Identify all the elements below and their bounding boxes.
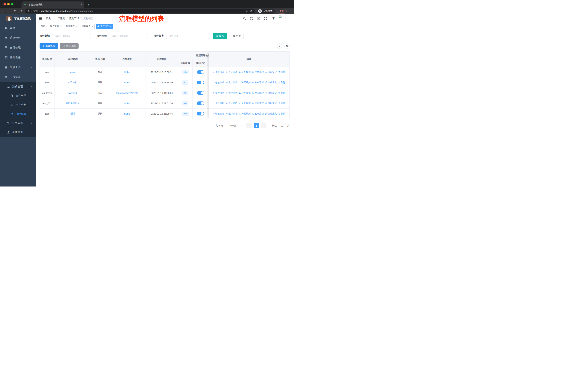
action-link[interactable]: 设计流程	[226, 91, 238, 94]
action-link[interactable]: 设计流程	[226, 102, 238, 105]
minimize-window-button[interactable]	[7, 3, 10, 5]
version-badge[interactable]: v4	[182, 101, 188, 105]
breadcrumb-item[interactable]: 工作流程	[55, 17, 65, 20]
breadcrumb-item[interactable]: 首页	[46, 17, 51, 20]
close-icon[interactable]: ×	[60, 25, 61, 28]
chrome-update-button[interactable]: 更新	[277, 9, 286, 13]
reset-button[interactable]: 重置	[230, 33, 244, 39]
sidebar-item-system[interactable]: 系统管理	[0, 33, 36, 43]
action-link[interactable]: 修改流程	[212, 102, 224, 105]
form-info-link[interactable]: /bpm/oa/leave/create	[116, 92, 138, 94]
prev-page-button[interactable]	[246, 123, 252, 128]
action-link[interactable]: 发布流程	[252, 102, 264, 105]
action-link[interactable]: 删除	[278, 81, 285, 84]
page-size-select[interactable]: 10条/页	[226, 123, 244, 128]
version-badge[interactable]: v17	[182, 70, 189, 74]
process-name-link[interactable]: OA 请假	[68, 91, 77, 94]
sidebar-logo[interactable]: 芋道管理系统	[0, 14, 36, 23]
browser-tab[interactable]: 芋道管理系统 ×	[21, 1, 84, 8]
active-toggle[interactable]	[197, 70, 204, 74]
sidebar-item-payment[interactable]: 支付管理	[0, 43, 36, 53]
tag-home[interactable]: 首页	[39, 24, 47, 29]
form-info-link[interactable]: biubiu	[124, 71, 130, 74]
close-icon[interactable]: ×	[76, 25, 77, 28]
action-link[interactable]: 分配规则	[239, 102, 251, 105]
maximize-window-button[interactable]	[11, 3, 13, 5]
action-link[interactable]: 分配规则	[239, 91, 251, 94]
address-bar[interactable]: 不安全 dashboard.yudao.iocoder.cn/bpm/manag…	[25, 9, 255, 13]
home-icon[interactable]	[19, 9, 23, 13]
process-name-link[interactable]: eeee	[70, 71, 75, 74]
version-badge[interactable]: v5	[182, 91, 188, 95]
sidebar-item-devtools[interactable]: 研发工具	[0, 62, 36, 72]
sidebar-item-infra[interactable]: 基础设施	[0, 53, 36, 62]
import-process-button[interactable]: 导入流程	[60, 43, 79, 49]
next-page-button[interactable]	[261, 123, 266, 128]
reload-icon[interactable]	[13, 10, 17, 13]
action-link[interactable]: 流程定义	[265, 112, 277, 115]
goto-page-input[interactable]	[278, 123, 286, 128]
create-process-button[interactable]: 新建流程	[40, 43, 58, 49]
process-name-link[interactable]: 滔博	[70, 112, 75, 115]
process-name-link[interactable]: 自己审批	[68, 81, 77, 84]
action-link[interactable]: 删除	[278, 102, 285, 105]
toggle-search-button[interactable]	[277, 43, 282, 49]
close-icon[interactable]: ×	[110, 25, 111, 28]
form-info-link[interactable]: biubiu	[124, 102, 130, 105]
action-link[interactable]: 分配规则	[239, 71, 251, 74]
action-link[interactable]: 修改流程	[212, 112, 224, 115]
version-badge[interactable]: v2	[182, 81, 188, 85]
sidebar-item-home[interactable]: 首页	[0, 23, 36, 33]
action-link[interactable]: 分配规则	[239, 81, 251, 84]
action-link[interactable]: 设计流程	[226, 112, 238, 115]
github-icon[interactable]	[250, 17, 253, 20]
action-link[interactable]: 删除	[278, 112, 285, 115]
action-link[interactable]: 设计流程	[226, 81, 238, 84]
tag-process-form[interactable]: 流程表单 ×	[80, 24, 94, 29]
user-avatar[interactable]	[278, 15, 285, 22]
action-link[interactable]: 流程定义	[265, 102, 277, 105]
url-text[interactable]: dashboard.yudao.iocoder.cn/bpm/manager/m…	[41, 10, 244, 12]
search-button[interactable]: 搜索	[213, 33, 227, 39]
tag-my-process[interactable]: 我的流程 ×	[64, 24, 79, 29]
action-link[interactable]: 修改流程	[212, 71, 224, 74]
close-icon[interactable]: ×	[92, 25, 93, 28]
caret-down-icon[interactable]	[289, 17, 291, 20]
category-select[interactable]: 流程分类	[166, 33, 209, 39]
password-key-icon[interactable]	[245, 10, 248, 13]
window-controls[interactable]	[3, 3, 13, 5]
sidebar-item-process-mgmt[interactable]: 流程管理	[0, 82, 36, 91]
bookmark-star-icon[interactable]	[250, 10, 253, 13]
action-link[interactable]: 设计流程	[226, 71, 238, 74]
active-toggle[interactable]	[197, 81, 204, 84]
action-link[interactable]: 流程定义	[265, 91, 277, 94]
form-info-link[interactable]: biubiu	[124, 112, 130, 115]
font-size-icon[interactable]	[271, 17, 275, 20]
refresh-table-button[interactable]	[284, 43, 290, 49]
breadcrumb-item[interactable]: 流程管理	[69, 17, 79, 20]
sidebar-item-leave-query[interactable]: 请假查询	[0, 128, 36, 137]
back-icon[interactable]	[2, 9, 5, 13]
search-icon[interactable]	[243, 17, 246, 20]
action-link[interactable]: 发布流程	[252, 91, 264, 94]
version-badge[interactable]: v21	[182, 112, 189, 116]
action-link[interactable]: 修改流程	[212, 91, 224, 94]
active-toggle[interactable]	[197, 112, 204, 115]
sidebar-item-workflow[interactable]: 工作流程	[0, 72, 36, 82]
fullscreen-icon[interactable]	[264, 17, 267, 20]
form-info-link[interactable]: biubiu	[124, 81, 130, 84]
action-link[interactable]: 删除	[278, 91, 285, 94]
close-window-button[interactable]	[3, 3, 6, 5]
active-toggle[interactable]	[197, 101, 204, 105]
action-link[interactable]: 分配规则	[239, 112, 251, 115]
sidebar-collapse-icon[interactable]	[39, 17, 42, 20]
process-key-input[interactable]	[52, 33, 91, 39]
active-toggle[interactable]	[197, 91, 204, 95]
close-tab-icon[interactable]: ×	[81, 3, 82, 6]
action-link[interactable]: 流程定义	[265, 81, 277, 84]
action-link[interactable]: 发布流程	[252, 71, 264, 74]
forward-icon[interactable]	[8, 9, 11, 13]
action-link[interactable]: 删除	[278, 71, 285, 74]
action-link[interactable]: 修改流程	[212, 81, 224, 84]
action-link[interactable]: 发布流程	[252, 81, 264, 84]
